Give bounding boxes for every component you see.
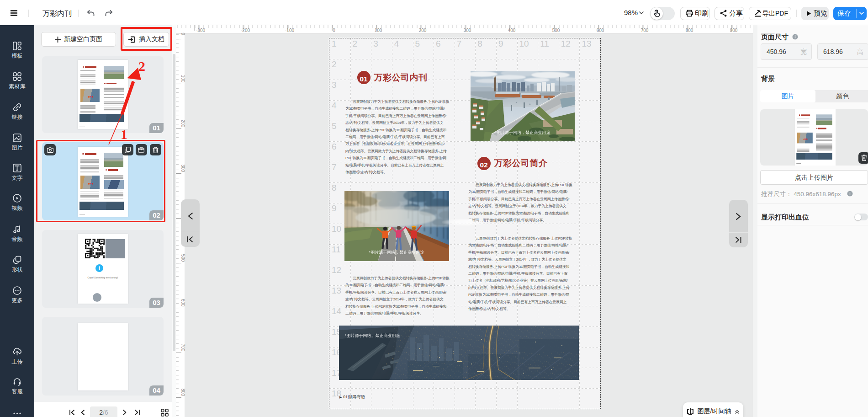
svg-text:*图片源于网络，禁止商业用途: *图片源于网络，禁止商业用途 xyxy=(369,250,424,255)
svg-text:*图片源于网络。禁止商业用途: *图片源于网络。禁止商业用途 xyxy=(345,333,400,338)
svg-text:*图片源于网络，禁止商业用途: *图片源于网络，禁止商业用途 xyxy=(495,130,550,135)
